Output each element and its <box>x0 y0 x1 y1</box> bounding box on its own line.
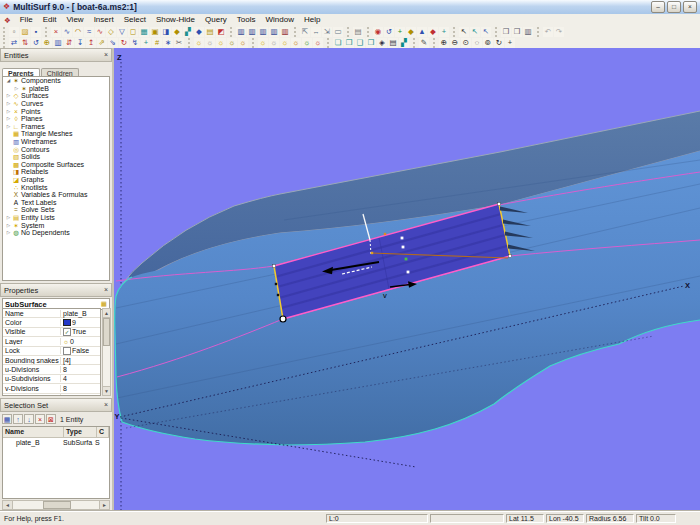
toolbar-button[interactable]: ≈ <box>84 27 94 37</box>
toolbar-button[interactable]: ⇵ <box>64 38 74 48</box>
toolbar-button[interactable]: ↻ <box>119 38 129 48</box>
toolbar-button[interactable]: ⇱ <box>300 27 310 37</box>
toolbar-button[interactable]: ▞ <box>183 27 193 37</box>
scroll-up-icon[interactable]: ▲ <box>103 309 110 318</box>
property-value[interactable]: plate_B <box>61 310 100 317</box>
toolbar-button[interactable]: ↺ <box>31 38 41 48</box>
property-row-lock[interactable]: LockFalse <box>3 347 100 356</box>
tree-item-no-dependents[interactable]: ▷◍No Dependents <box>3 229 109 237</box>
toolbar-button[interactable]: ❒ <box>512 27 522 37</box>
tree-item-curves[interactable]: ▷∿Curves <box>3 100 109 108</box>
tree-item-plateb[interactable]: ▷✶plateB <box>3 85 109 93</box>
toolbar-button[interactable]: ▽ <box>117 27 127 37</box>
property-value[interactable]: 9 <box>61 319 100 326</box>
toolbar-button[interactable]: ▥ <box>53 38 63 48</box>
toolbar-button[interactable]: ▨ <box>20 27 30 37</box>
menu-item-edit[interactable]: Edit <box>38 14 62 26</box>
property-value[interactable]: [4] <box>61 357 100 364</box>
tree-item-composite-surfaces[interactable]: ▩Composite Surfaces <box>3 161 109 169</box>
hscroll-thumb[interactable] <box>43 501 71 509</box>
tree-item-surfaces[interactable]: ▷◇Surfaces <box>3 92 109 100</box>
toolbar-button[interactable]: ☼ <box>302 38 312 48</box>
tree-item-variables-formulas[interactable]: XVariables & Formulas <box>3 191 109 199</box>
toolbar-button[interactable]: ⊕ <box>42 38 52 48</box>
property-row-u-divisions[interactable]: u-Divisions8 <box>3 365 100 374</box>
entities-close-icon[interactable]: × <box>104 50 108 60</box>
menu-item-help[interactable]: Help <box>299 14 325 26</box>
toolbar-button[interactable]: ↧ <box>75 38 85 48</box>
tree-item-planes[interactable]: ▷◊Planes <box>3 115 109 123</box>
toolbar-button[interactable]: ▤ <box>388 38 398 48</box>
menu-item-tools[interactable]: Tools <box>232 14 261 26</box>
toolbar-button[interactable]: ▣ <box>150 27 160 37</box>
toolbar-button[interactable]: ☼ <box>227 38 237 48</box>
selection-row[interactable]: plate_BSubSurfa...S <box>3 438 109 448</box>
tree-item-knotlists[interactable]: ∴Knotlists <box>3 183 109 191</box>
menu-item-insert[interactable]: Insert <box>89 14 119 26</box>
toolbar-button[interactable]: ↻ <box>494 38 504 48</box>
toolbar-button[interactable]: ▥ <box>280 27 290 37</box>
tree-item-components[interactable]: ◢✶Components <box>3 77 109 85</box>
toolbar-button[interactable]: ▥ <box>236 27 246 37</box>
toolbar-button[interactable]: ☼ <box>291 38 301 48</box>
tree-item-relabels[interactable]: ◨Relabels <box>3 168 109 176</box>
tree-expander-icon[interactable]: ▷ <box>13 86 20 91</box>
property-row-v-subdivisions[interactable]: v-Subdivisions4 <box>3 394 100 396</box>
toolbar-button[interactable]: ◇ <box>106 27 116 37</box>
toolbar-button[interactable]: ☼ <box>280 38 290 48</box>
toolbar-button[interactable]: ▥ <box>523 27 533 37</box>
property-row-name[interactable]: Nameplate_B <box>3 309 100 318</box>
toolbar-button[interactable]: + <box>439 27 449 37</box>
tree-item-solids[interactable]: ▧Solids <box>3 153 109 161</box>
selection-toolbar-button[interactable]: ▦ <box>2 414 12 424</box>
toolbar-button[interactable]: ⇄ <box>9 38 19 48</box>
toolbar-button[interactable]: ✂ <box>174 38 184 48</box>
toolbar-button[interactable]: ▤ <box>353 27 363 37</box>
selection-close-icon[interactable]: × <box>104 400 108 410</box>
toolbar-button[interactable]: ▭ <box>333 27 343 37</box>
toolbar-button[interactable]: × <box>51 27 61 37</box>
toolbar-button[interactable]: ◆ <box>172 27 182 37</box>
toolbar-button[interactable]: ▥ <box>247 27 257 37</box>
toolbar-button[interactable]: ↺ <box>384 27 394 37</box>
toolbar-button[interactable]: ❑ <box>355 38 365 48</box>
tree-item-wireframes[interactable]: ▥Wireframes <box>3 138 109 146</box>
toolbar-button[interactable]: ↔ <box>311 27 321 37</box>
property-value[interactable]: False <box>61 347 100 355</box>
scroll-right-icon[interactable]: ► <box>99 501 109 509</box>
selection-hscrollbar[interactable]: ◄ ► <box>2 500 110 510</box>
property-row-layer[interactable]: Layer☼0 <box>3 337 100 346</box>
toolbar-button[interactable]: ↖ <box>470 27 480 37</box>
selection-toolbar-button[interactable]: ⊠ <box>46 414 56 424</box>
property-row-visible[interactable]: Visible✓True <box>3 328 100 337</box>
property-value[interactable]: 8 <box>61 385 100 392</box>
toolbar-button[interactable]: ⊖ <box>450 38 460 48</box>
toolbar-button[interactable]: ◻ <box>128 27 138 37</box>
property-value[interactable]: 4 <box>61 375 100 382</box>
scroll-thumb[interactable] <box>103 318 110 346</box>
selection-toolbar-button[interactable]: ↑ <box>13 414 23 424</box>
scroll-left-icon[interactable]: ◄ <box>3 501 13 509</box>
properties-close-icon[interactable]: × <box>104 285 108 295</box>
close-button[interactable]: × <box>683 1 697 13</box>
toolbar-button[interactable]: ⇘ <box>108 38 118 48</box>
toolbar-button[interactable]: ✎ <box>419 38 429 48</box>
toolbar-button[interactable]: ↖ <box>459 27 469 37</box>
toolbar-button[interactable]: ⊕ <box>439 38 449 48</box>
toolbar-button[interactable]: ▤ <box>205 27 215 37</box>
toolbar-button[interactable]: + <box>141 38 151 48</box>
selection-toolbar-button[interactable]: ↓ <box>24 414 34 424</box>
toolbar-button[interactable]: ▪ <box>31 27 41 37</box>
tree-expander-icon[interactable]: ▷ <box>5 223 12 228</box>
toolbar-button[interactable]: ◌ <box>472 38 482 48</box>
toolbar-button[interactable]: ☼ <box>216 38 226 48</box>
toolbar-button[interactable]: ▲ <box>417 27 427 37</box>
property-value[interactable]: 4 <box>61 394 100 396</box>
toolbar-button[interactable]: ↯ <box>130 38 140 48</box>
toolbar-button[interactable]: ◨ <box>161 27 171 37</box>
tree-item-entity-lists[interactable]: ▷▤Entity Lists <box>3 214 109 222</box>
toolbar-button[interactable]: ⊙ <box>461 38 471 48</box>
tree-item-points[interactable]: ▷×Points <box>3 107 109 115</box>
tree-item-graphs[interactable]: ◪Graphs <box>3 176 109 184</box>
minimize-button[interactable]: – <box>651 1 665 13</box>
